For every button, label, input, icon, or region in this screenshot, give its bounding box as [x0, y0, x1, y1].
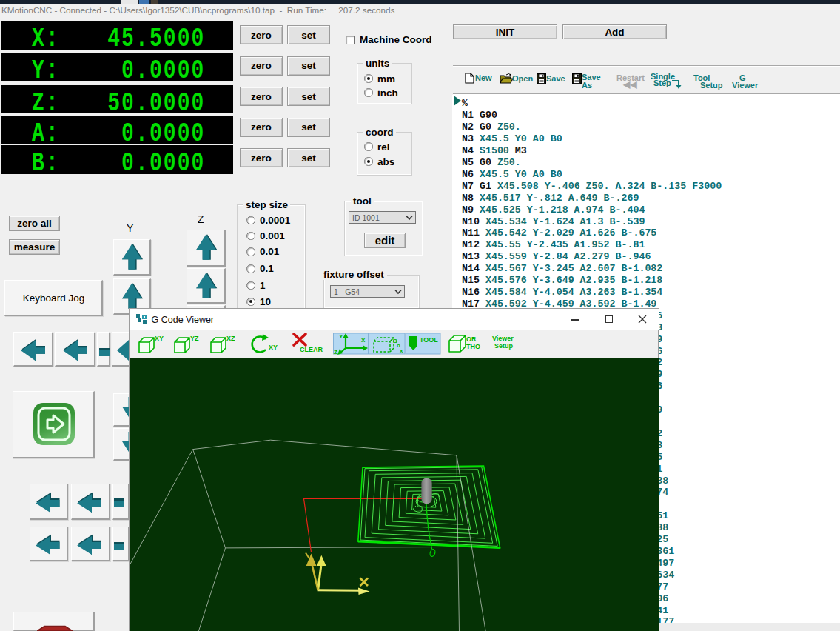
svg-text:x: x	[400, 347, 403, 354]
svg-text:TOOL: TOOL	[420, 336, 438, 344]
svg-text:XY: XY	[155, 335, 164, 342]
svg-text:THO: THO	[466, 343, 480, 350]
svg-text:Y: Y	[339, 333, 343, 340]
svg-text:Z: Z	[334, 349, 337, 355]
svg-text:YZ: YZ	[190, 335, 199, 342]
svg-text:Viewer: Viewer	[492, 335, 514, 342]
svg-text:X: X	[361, 337, 366, 344]
svg-text:OR: OR	[466, 335, 477, 343]
svg-text:Setup: Setup	[494, 342, 514, 350]
svg-text:XZ: XZ	[226, 335, 235, 342]
svg-text:XY: XY	[269, 344, 278, 351]
svg-text:CLEAR: CLEAR	[300, 346, 323, 353]
